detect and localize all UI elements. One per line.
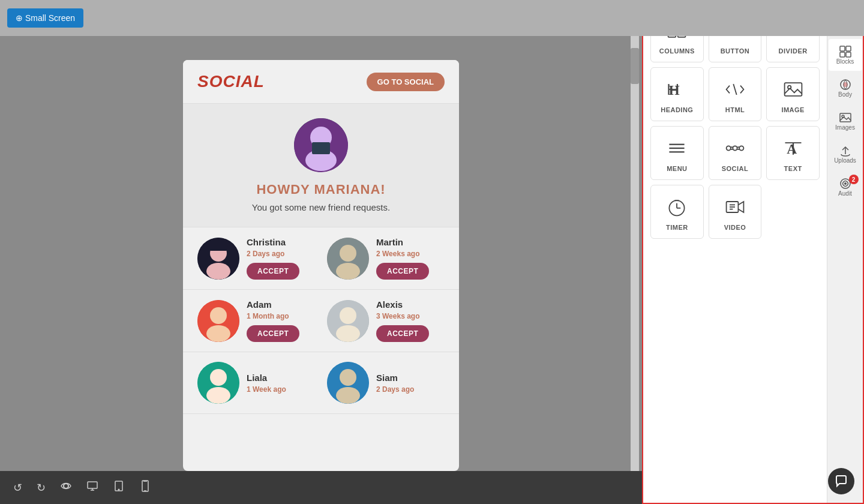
grid-item-label-columns: COLUMNS (659, 47, 695, 55)
svg-rect-61 (840, 52, 845, 57)
friend-section-row3: Liala 1 Week ago Siam 2 Days ag (183, 352, 459, 414)
sidebar-item-body[interactable]: Body (829, 72, 862, 104)
tablet-view-button[interactable] (109, 476, 128, 499)
svg-point-13 (206, 325, 230, 342)
friend-time-christina: 2 Days ago (247, 250, 299, 258)
bottom-toolbar: ↺ ↻ (0, 471, 642, 504)
sidebar-label-body: Body (838, 91, 852, 98)
friend-name-martin: Martin (376, 237, 429, 247)
scroll-thumb[interactable] (631, 48, 639, 84)
accept-button-martin[interactable]: ACCEPT (376, 263, 429, 280)
redo-button[interactable]: ↻ (33, 478, 49, 498)
grid-item-image[interactable]: IMAGE (766, 67, 820, 121)
svg-point-43 (739, 146, 743, 150)
canvas-area: SOCIAL GO TO SOCIAL HOWDY MARIANA! You g… (0, 36, 642, 471)
howdy-heading: HOWDY MARIANA! (197, 182, 445, 197)
friend-item-siam: Siam 2 Days ago (327, 362, 445, 404)
friend-item-christina: Christina 2 Days ago ACCEPT (197, 237, 315, 280)
svg-rect-60 (846, 46, 851, 51)
sidebar-label-audit: Audit (838, 190, 852, 197)
mobile-view-button[interactable] (136, 476, 155, 499)
avatar-martin (327, 238, 369, 280)
sidebar-label-images: Images (835, 124, 855, 131)
svg-rect-24 (88, 482, 97, 488)
friend-name-adam: Adam (247, 299, 299, 310)
grid-item-label-text: TEXT (784, 165, 802, 172)
svg-point-23 (64, 484, 68, 488)
friend-info-liala: Liala 1 Week ago (247, 373, 286, 394)
friend-name-liala: Liala (247, 373, 286, 383)
svg-point-6 (206, 263, 230, 280)
grid-item-text[interactable]: A TEXT (766, 126, 820, 180)
svg-point-22 (336, 387, 360, 404)
friend-row-3: Liala 1 Week ago Siam 2 Days ag (197, 362, 445, 404)
sidebar-item-blocks[interactable]: Blocks (829, 39, 862, 71)
svg-point-9 (340, 245, 356, 262)
svg-line-35 (733, 84, 736, 95)
grid-item-timer[interactable]: TIMER (650, 185, 704, 239)
go-to-social-button[interactable]: GO TO SOCIAL (367, 73, 445, 91)
svg-point-12 (210, 307, 227, 324)
grid-item-label-video: VIDEO (724, 224, 746, 231)
grid-item-html[interactable]: HTML (709, 67, 762, 121)
grid-item-label-menu: MENU (667, 165, 687, 172)
grid-item-label-heading: HEADING (661, 106, 693, 113)
friend-item-adam: Adam 1 Month ago ACCEPT (197, 299, 315, 342)
grid-item-label-social: SOCIAL (722, 165, 749, 172)
avatar-alexis (327, 300, 369, 342)
friend-info-martin: Martin 2 Weeks ago ACCEPT (376, 237, 429, 280)
main-avatar (294, 118, 348, 172)
sidebar-item-uploads[interactable]: Uploads (829, 138, 862, 170)
sidebar-item-audit[interactable]: 2 Audit (829, 171, 862, 203)
grid-item-heading[interactable]: H HEADING (650, 67, 704, 121)
scroll-bar[interactable] (631, 36, 639, 471)
audit-badge: 2 (849, 175, 859, 184)
avatar-adam (197, 300, 239, 342)
svg-rect-36 (784, 83, 802, 96)
friend-name-siam: Siam (376, 373, 414, 383)
friend-name-alexis: Alexis (376, 299, 429, 310)
small-screen-button[interactable]: ⊕ Small Screen (7, 8, 83, 28)
content-grid: COLUMNS BUTTON DIVIDER H (650, 8, 820, 239)
desktop-view-button[interactable] (83, 476, 102, 499)
grid-item-menu[interactable]: MENU (650, 126, 704, 180)
social-logo: SOCIAL (197, 72, 265, 91)
friend-time-martin: 2 Weeks ago (376, 250, 429, 258)
svg-point-69 (844, 182, 847, 185)
grid-item-label-timer: TIMER (666, 224, 688, 231)
accept-button-alexis[interactable]: ACCEPT (376, 325, 429, 342)
preview-button[interactable] (56, 476, 76, 499)
svg-point-16 (336, 325, 360, 342)
right-panel: COLUMNS BUTTON DIVIDER H (642, 0, 864, 504)
grid-item-video[interactable]: VIDEO (709, 185, 762, 239)
friend-info-siam: Siam 2 Days ago (376, 373, 414, 394)
friend-info-alexis: Alexis 3 Weeks ago ACCEPT (376, 299, 429, 342)
sidebar-label-blocks: Blocks (836, 58, 854, 65)
side-icon-panel: Content Blocks Body (827, 1, 863, 503)
svg-point-18 (210, 369, 227, 386)
svg-rect-65 (840, 113, 851, 122)
svg-point-10 (336, 263, 360, 280)
sidebar-item-images[interactable]: Images (829, 105, 862, 137)
email-subtitle: You got some new friend requests. (197, 202, 445, 212)
friend-item-martin: Martin 2 Weeks ago ACCEPT (327, 237, 445, 280)
friend-item-alexis: Alexis 3 Weeks ago ACCEPT (327, 299, 445, 342)
email-hero: HOWDY MARIANA! You got some new friend r… (183, 104, 459, 227)
friend-info-adam: Adam 1 Month ago ACCEPT (247, 299, 299, 342)
grid-item-label-button: BUTTON (721, 47, 750, 55)
svg-rect-62 (846, 52, 851, 57)
grid-item-social[interactable]: SOCIAL (709, 126, 762, 180)
accept-button-christina[interactable]: ACCEPT (247, 263, 299, 280)
friend-time-alexis: 3 Weeks ago (376, 312, 429, 320)
svg-rect-59 (840, 46, 845, 51)
svg-point-15 (340, 307, 356, 324)
grid-item-label-image: IMAGE (781, 106, 805, 113)
avatar-liala (197, 362, 239, 404)
top-bar: ⊕ Small Screen (0, 0, 864, 36)
avatar-siam (327, 362, 369, 404)
friend-time-adam: 1 Month ago (247, 312, 299, 320)
chat-button[interactable] (828, 468, 854, 494)
svg-point-19 (206, 387, 230, 404)
accept-button-adam[interactable]: ACCEPT (247, 325, 299, 342)
undo-button[interactable]: ↺ (10, 478, 26, 498)
